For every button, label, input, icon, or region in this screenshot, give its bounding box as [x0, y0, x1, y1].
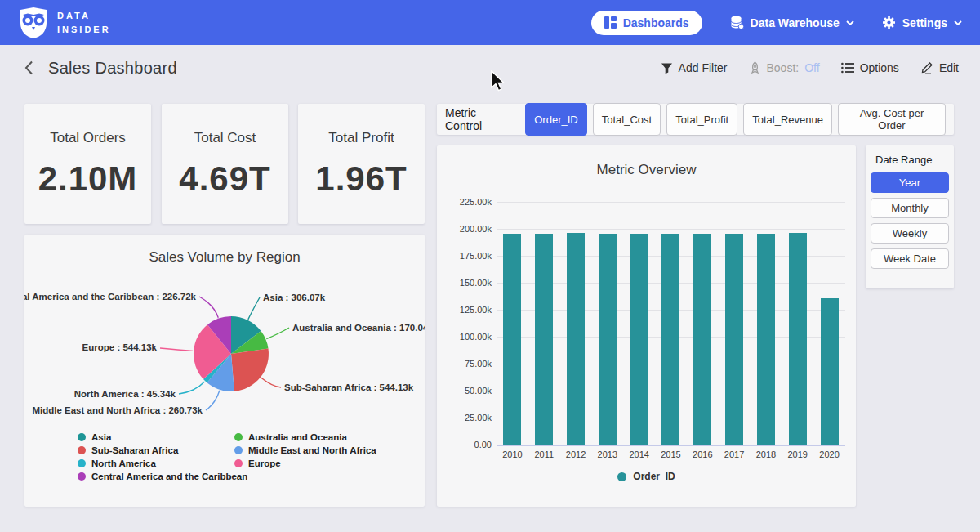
chevron-down-icon [954, 20, 962, 25]
legend-dot [78, 446, 86, 454]
bar-column [591, 202, 623, 445]
metric-chip-total-cost[interactable]: Total_Cost [593, 103, 661, 136]
nav-dashboards-label: Dashboards [623, 16, 689, 29]
y-axis-tick: 100.00k [443, 332, 492, 342]
legend-item-asia[interactable]: Asia [91, 432, 112, 442]
kpi-card-total-profit: Total Profit 1.96T [298, 104, 425, 224]
bar-2016[interactable] [693, 234, 711, 445]
x-axis-tick: 2020 [813, 449, 845, 459]
bar-2012[interactable] [567, 233, 585, 445]
date-range-monthly[interactable]: Monthly [871, 198, 949, 218]
sales-volume-pie-card: Sales Volume by Region Asia : 306.07kAus… [24, 235, 425, 507]
chevron-left-icon [24, 60, 33, 75]
bar-chart-x-axis: 2010201120122013201420152016201720182019… [497, 449, 845, 459]
x-axis-tick: 2019 [782, 449, 813, 459]
pie-label-asia: Asia : 306.07k [263, 293, 326, 302]
bar-column [782, 202, 813, 445]
bar-2018[interactable] [757, 234, 775, 445]
back-button[interactable] [21, 57, 37, 78]
boost-label: Boost: [767, 61, 800, 74]
bar-column [719, 202, 751, 445]
legend-item-europe[interactable]: Europe [248, 458, 281, 468]
legend-dot [234, 433, 243, 441]
x-axis-tick: 2013 [591, 449, 623, 459]
kpi-value: 1.96T [315, 159, 407, 199]
bar-column [655, 202, 687, 445]
x-axis-tick: 2014 [623, 449, 655, 459]
date-range-year[interactable]: Year [871, 172, 949, 193]
x-axis-tick: 2011 [528, 449, 560, 459]
bar-column [560, 202, 592, 445]
bar-column [751, 202, 782, 445]
bar-2013[interactable] [599, 234, 617, 445]
pie-chart: Asia : 306.07kAustralia and Oceania : 17… [24, 235, 425, 507]
metric-chip-total-profit[interactable]: Total_Profit [666, 103, 737, 136]
gridline [497, 445, 845, 446]
pie-label-north-america: North America : 45.34k [74, 389, 176, 399]
add-filter-label: Add Filter [679, 61, 728, 74]
kpi-value: 2.10M [38, 159, 138, 199]
date-range-weekly[interactable]: Weekly [871, 223, 949, 244]
x-axis-tick: 2010 [497, 449, 528, 459]
date-range-week-date[interactable]: Week Date [871, 248, 949, 269]
kpi-card-total-orders: Total Orders 2.10M [24, 104, 151, 224]
legend-item-australia-and-oceania[interactable]: Australia and Oceania [248, 432, 347, 442]
legend-dot [78, 459, 86, 467]
x-axis-tick: 2018 [751, 449, 782, 459]
legend-item-sub-saharan-africa[interactable]: Sub-Saharan Africa [91, 445, 179, 455]
metric-chip-order-id[interactable]: Order_ID [525, 103, 586, 136]
bar-2014[interactable] [630, 234, 648, 445]
metric-overview-chart-card: Metric Overview 225.00k200.00k175.00k150… [437, 145, 856, 507]
y-axis-tick: 75.00k [443, 359, 492, 369]
add-filter-button[interactable]: Add Filter [661, 61, 728, 74]
nav-data-warehouse[interactable]: Data Warehouse [730, 16, 854, 29]
pie-label-europe: Europe : 544.13k [82, 342, 158, 352]
options-button[interactable]: Options [841, 61, 899, 74]
pie-callout-line [199, 297, 218, 318]
legend-dot [78, 433, 86, 441]
legend-item-north-america[interactable]: North America [91, 458, 156, 468]
kpi-label: Total Cost [194, 130, 256, 146]
boost-toggle[interactable]: Boost: Off [749, 61, 820, 74]
y-axis-tick: 125.00k [443, 305, 492, 315]
y-axis-tick: 150.00k [443, 278, 492, 288]
legend-dot [234, 446, 243, 454]
metric-buttons: Order_IDTotal_CostTotal_ProfitTotal_Reve… [525, 103, 946, 136]
gear-icon [882, 16, 896, 29]
bar-2011[interactable] [535, 234, 553, 445]
metric-chip-total-revenue[interactable]: Total_Revenue [743, 103, 832, 136]
nav-settings[interactable]: Settings [882, 16, 962, 29]
date-range-buttons: YearMonthlyWeeklyWeek Date [871, 172, 949, 269]
nav-dashboards-button[interactable]: Dashboards [591, 11, 702, 35]
y-axis-tick: 175.00k [443, 251, 492, 261]
bar-chart-plot-area: 225.00k200.00k175.00k150.00k125.00k100.0… [497, 202, 845, 445]
pie-callout-line [160, 348, 193, 351]
x-axis-tick: 2017 [719, 449, 751, 459]
legend-item-central-america-and-the-caribbean[interactable]: Central America and the Caribbean [91, 472, 247, 481]
kpi-value: 4.69T [179, 159, 270, 199]
brand-line2: INSIDER [57, 25, 111, 34]
nav-data-warehouse-label: Data Warehouse [751, 16, 840, 29]
bar-chart-legend[interactable]: Order_ID [437, 471, 856, 482]
y-axis-tick: 200.00k [443, 224, 492, 234]
bar-2019[interactable] [789, 233, 807, 445]
pie-slice-sub-saharan-africa[interactable] [231, 348, 269, 391]
bar-2010[interactable] [503, 234, 521, 445]
bar-2020[interactable] [821, 298, 839, 445]
options-label: Options [860, 61, 899, 74]
brand-text: DATA INSIDER [57, 9, 111, 36]
x-axis-tick: 2015 [655, 449, 687, 459]
legend-dot [617, 472, 626, 481]
edit-button[interactable]: Edit [920, 61, 959, 74]
legend-item-middle-east-and-north-africa[interactable]: Middle East and North Africa [248, 445, 376, 455]
bar-column [623, 202, 655, 445]
x-axis-tick: 2012 [560, 449, 592, 459]
bar-2015[interactable] [662, 234, 679, 445]
date-range-label: Date Range [875, 154, 949, 166]
bar-column [497, 202, 528, 445]
bar-2017[interactable] [725, 234, 743, 445]
metric-chip-avg-cost-per-order[interactable]: Avg. Cost per Order [838, 103, 946, 136]
owl-logo-icon [18, 7, 49, 39]
database-icon [730, 16, 744, 29]
legend-dot [234, 459, 243, 467]
